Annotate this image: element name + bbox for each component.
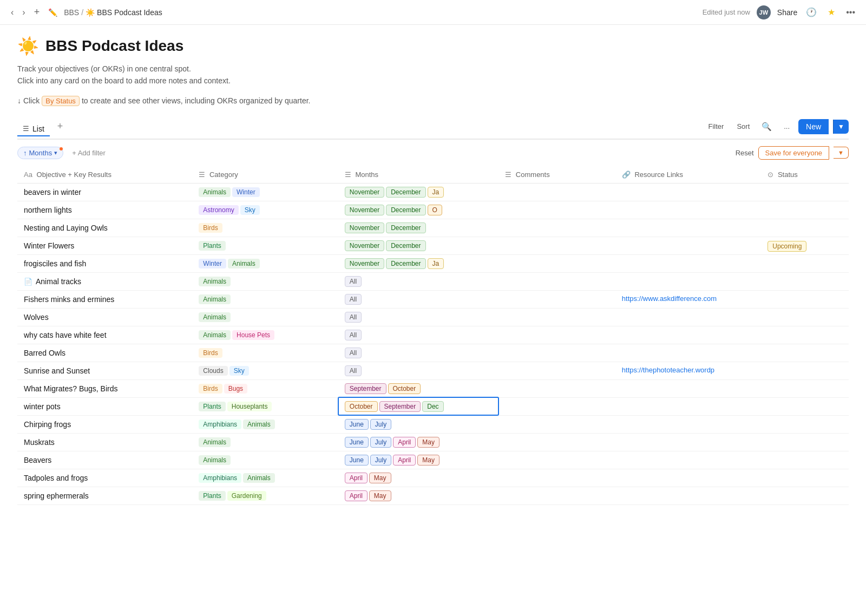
category-tag[interactable]: Birds [199,384,222,394]
cell-months[interactable]: NovemberDecemberJa [338,183,498,201]
table-row[interactable]: BeaversAnimalsJuneJulyAprilMay [17,451,849,469]
add-page-button[interactable]: + [32,4,42,20]
month-tag[interactable]: O [428,205,442,215]
cell-name[interactable]: why cats have white feet [17,326,192,344]
category-tag[interactable]: Plants [199,241,225,251]
category-tag[interactable]: Houseplants [227,402,272,411]
cell-category[interactable]: AnimalsWinter [192,183,338,201]
category-tag[interactable]: Sky [240,205,260,215]
month-tag[interactable]: All [345,276,362,287]
month-tag[interactable]: December [386,187,425,198]
category-tag[interactable]: Winter [232,187,260,197]
table-row[interactable]: frogisciles and fishWinterAnimalsNovembe… [17,254,849,272]
cell-name[interactable]: Wolves [17,308,192,326]
month-tag[interactable]: June [345,455,369,466]
edit-button[interactable]: ✏️ [46,6,60,19]
cell-name[interactable]: spring ephermerals [17,487,192,504]
cell-status[interactable] [761,451,849,469]
add-view-button[interactable]: + [54,120,67,133]
cell-category[interactable]: Animals [192,451,338,469]
category-tag[interactable]: Gardening [227,491,266,501]
month-tag[interactable]: April [345,473,368,483]
cell-name[interactable]: Nesting and Laying Owls [17,219,192,237]
cell-months[interactable]: NovemberDecemberO [338,201,498,219]
category-tag[interactable]: Amphibians [199,473,241,483]
cell-months[interactable]: AprilMay [338,469,498,487]
cell-months[interactable]: All [338,308,498,326]
cell-category[interactable]: Birds [192,344,338,362]
filter-button[interactable]: Filter [704,120,729,133]
cell-category[interactable]: Animals [192,272,338,290]
category-tag[interactable]: Animals [228,259,260,268]
cell-status[interactable] [761,415,849,433]
month-tag[interactable]: July [370,455,391,466]
cell-months[interactable]: NovemberDecemberJa [338,254,498,272]
cell-months[interactable]: JuneJulyAprilMay [338,451,498,469]
cell-resource[interactable] [615,201,761,219]
category-tag[interactable]: Amphibians [199,420,241,429]
cell-status[interactable] [761,254,849,272]
month-tag[interactable]: July [370,437,391,448]
cell-resource[interactable] [615,469,761,487]
month-tag[interactable]: April [393,455,416,466]
cell-resource[interactable] [615,379,761,397]
category-tag[interactable]: Birds [199,223,222,233]
cell-comments[interactable] [498,272,615,290]
cell-category[interactable]: AmphibiansAnimals [192,469,338,487]
new-button[interactable]: New [798,119,829,134]
more-toolbar-button[interactable]: ... [779,120,794,133]
category-tag[interactable]: Animals [199,312,231,322]
cell-comments[interactable] [498,487,615,504]
cell-status[interactable]: Upcoming [761,237,849,254]
cell-resource[interactable] [615,433,761,451]
month-tag[interactable]: September [379,401,421,412]
cell-months[interactable]: All [338,272,498,290]
month-tag[interactable]: May [369,490,391,501]
cell-category[interactable]: Birds [192,219,338,237]
cell-name[interactable]: frogisciles and fish [17,254,192,272]
cell-comments[interactable] [498,379,615,397]
cell-status[interactable] [761,308,849,326]
cell-name[interactable]: Fishers minks and ermines [17,290,192,308]
month-tag[interactable]: December [386,222,425,233]
cell-name[interactable]: winter pots [17,397,192,415]
cell-category[interactable]: Animals [192,290,338,308]
cell-comments[interactable] [498,451,615,469]
cell-months[interactable]: NovemberDecember [338,237,498,254]
new-button-dropdown[interactable]: ▼ [833,120,849,134]
cell-comments[interactable] [498,290,615,308]
cell-comments[interactable] [498,308,615,326]
cell-status[interactable] [761,487,849,504]
cell-name[interactable]: What Migrates? Bugs, Birds [17,379,192,397]
cell-resource[interactable] [615,487,761,504]
breadcrumb-parent[interactable]: BBS [64,8,79,17]
month-tag[interactable]: May [369,473,391,483]
table-row[interactable]: Winter FlowersPlantsNovemberDecemberUpco… [17,237,849,254]
month-tag[interactable]: May [417,455,439,466]
cell-months[interactable]: NovemberDecember [338,219,498,237]
cell-category[interactable]: Plants [192,237,338,254]
cell-comments[interactable] [498,237,615,254]
cell-name[interactable]: Sunrise and Sunset [17,362,192,379]
sort-button[interactable]: Sort [732,120,754,133]
cell-resource[interactable]: https://www.askdifference.com [615,290,761,308]
cell-months[interactable]: JuneJuly [338,415,498,433]
month-tag[interactable]: Dec [422,401,443,412]
month-tag[interactable]: All [345,312,362,323]
cell-months[interactable]: AprilMay [338,487,498,504]
category-tag[interactable]: Animals [199,277,231,286]
table-row[interactable]: Barred OwlsBirdsAll [17,344,849,362]
category-tag[interactable]: Animals [199,187,231,197]
category-tag[interactable]: Sky [229,366,249,376]
cell-months[interactable]: All [338,344,498,362]
month-tag[interactable]: Ja [428,187,444,198]
month-tag[interactable]: December [386,258,425,269]
cell-months[interactable]: All [338,362,498,379]
month-tag[interactable]: December [386,240,425,251]
cell-category[interactable]: Animals [192,308,338,326]
cell-resource[interactable] [615,415,761,433]
month-tag[interactable]: June [345,419,369,430]
cell-category[interactable]: AnimalsHouse Pets [192,326,338,344]
month-tag[interactable]: September [345,383,386,394]
cell-months[interactable]: JuneJulyAprilMay [338,433,498,451]
